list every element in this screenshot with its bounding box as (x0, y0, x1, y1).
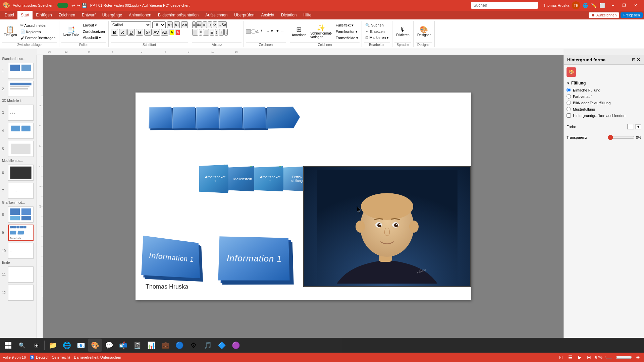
bold-btn[interactable]: B (111, 29, 118, 36)
strikethrough-btn[interactable]: S (136, 29, 143, 36)
shape-heart[interactable]: ♥ (271, 29, 276, 34)
italic-btn[interactable]: K (119, 29, 126, 36)
menu-item-animationen[interactable]: Animationen (125, 11, 155, 19)
designer-btn[interactable]: 🎨 Designer (416, 25, 432, 38)
font-family-select[interactable]: Calibri (111, 21, 151, 28)
process-block-2[interactable]: ✓ Meilenstein (228, 166, 257, 191)
menu-item-einfuegen[interactable]: Einfügen (33, 11, 55, 19)
slide-thumb-2[interactable]: 2 (1, 80, 36, 98)
text-direction-btn[interactable]: ⟳ (213, 21, 217, 28)
info-box-1[interactable]: Information 1 (141, 236, 200, 278)
slack-btn[interactable]: 💼 (159, 339, 172, 352)
underline-btn[interactable]: U (127, 29, 135, 36)
visio-btn[interactable]: 📊 (145, 339, 158, 352)
menu-item-hilfe[interactable]: Hilfe (300, 11, 315, 19)
menu-item-start[interactable]: Start (17, 11, 33, 19)
section-toggle-filling[interactable]: ▼ Füllung (567, 79, 641, 87)
dictate-btn[interactable]: 🎙 Diktieren (394, 25, 411, 38)
align-center-btn[interactable]: ≡ (199, 29, 202, 36)
find-btn[interactable]: 🔍 Suchen (364, 22, 390, 28)
powerpoint-taskbar-btn[interactable]: 🎨 (88, 339, 102, 352)
indent-increase-btn[interactable]: ⇥ (208, 21, 212, 28)
outline-btn[interactable]: Formkontur ▾ (334, 29, 360, 35)
key-3[interactable] (196, 107, 219, 128)
linespacing-btn[interactable]: ↕ (224, 29, 228, 36)
copy-btn[interactable]: 📄 Kopieren (19, 29, 57, 35)
key-2[interactable] (172, 107, 196, 128)
onenote-btn[interactable]: 📓 (130, 339, 144, 352)
transparency-slider[interactable] (608, 135, 635, 140)
bullet-list-btn[interactable]: ≡ (192, 21, 196, 28)
undo-btn[interactable]: ↩ (71, 3, 75, 8)
slide-thumb-4[interactable]: 4 (1, 122, 36, 139)
shape-arrow[interactable]: → (266, 29, 271, 34)
globe-icon[interactable]: 🌐 (583, 3, 588, 8)
task-view-btn[interactable]: ⊞ (30, 339, 43, 352)
edge-btn[interactable]: 🌐 (60, 339, 73, 352)
outline-view-btn[interactable]: ☰ (567, 355, 574, 360)
search-input[interactable] (471, 2, 538, 9)
slide-thumb-12[interactable]: 12 (1, 284, 36, 301)
clear-format-btn[interactable]: ✕A (181, 21, 188, 28)
align-right-btn[interactable]: ⬜ (203, 29, 209, 36)
filling-option-3[interactable]: Bild- oder Texturfüllung (567, 100, 641, 106)
select-btn[interactable]: ⊡ Markieren ▾ (364, 35, 390, 41)
slide-thumb-10[interactable]: 10 ··· (1, 242, 36, 259)
reset-btn[interactable]: Zurücksetzen (82, 29, 106, 34)
font-color-btn[interactable]: A (175, 29, 180, 35)
redo-btn[interactable]: ↪ (76, 3, 80, 8)
slide-thumb-5[interactable]: 5 (1, 140, 36, 158)
app-btn-4[interactable]: 🔷 (215, 339, 228, 352)
color-swatch[interactable] (627, 124, 634, 129)
slide-canvas[interactable]: ✓ Arbeitspaket1 ✓ Meilenstein ✓ Arbeitsp… (136, 93, 471, 300)
shape-more[interactable]: … (281, 29, 286, 34)
hide-bg-graphics-option[interactable]: Hintergrundgrafiken ausblenden (567, 112, 641, 119)
close-btn[interactable]: ✕ (630, 0, 641, 11)
zoom-slider[interactable] (605, 355, 632, 360)
filling-option-2[interactable]: Farbverlauf (567, 93, 641, 100)
expand-icon[interactable]: ⬜ (599, 3, 605, 8)
align-left-btn[interactable]: ⬜ (192, 29, 198, 36)
textalign-btn[interactable]: ⊤ (219, 29, 224, 36)
app-btn-2[interactable]: ⚙ (187, 339, 200, 352)
menu-item-ansicht[interactable]: Ansicht (258, 11, 277, 19)
cut-btn[interactable]: ✂ Ausschneiden (19, 22, 57, 28)
normal-view-btn[interactable]: ⊡ (557, 355, 564, 360)
slide-thumb-6[interactable]: 6 (1, 164, 36, 181)
aufzeichnen-btn[interactable]: ⏺ Aufzeichnen (589, 12, 620, 18)
restore-btn[interactable]: ❐ (618, 0, 630, 11)
app-btn-1[interactable]: 🔵 (173, 339, 186, 352)
quick-style-btn[interactable]: ✨ Schnellformat-vorlagen (309, 23, 333, 40)
font-size-select[interactable]: 18 (152, 21, 166, 28)
presenter-view-btn[interactable]: ⊞ (586, 355, 592, 360)
shape-circle[interactable] (251, 29, 256, 34)
key-4[interactable] (219, 107, 243, 128)
minimize-btn[interactable]: – (608, 0, 618, 11)
paste-btn[interactable]: 📋 Einfügen (2, 25, 18, 38)
key-arrow[interactable] (266, 107, 301, 129)
slide-thumb-7[interactable]: 7 ··· (1, 182, 36, 199)
windows-start-btn[interactable] (1, 339, 15, 352)
slide-thumb-1[interactable]: 1 (1, 62, 36, 79)
fill-btn[interactable]: Fülleffekt ▾ (334, 22, 360, 28)
info-box-2[interactable]: Information 1 (218, 236, 289, 280)
spacing-btn[interactable]: AV (153, 29, 160, 36)
color-preview[interactable]: 🎨 (567, 67, 576, 77)
fit-slide-btn[interactable]: ⊕ (635, 355, 641, 360)
format-transfer-btn[interactable]: 🖌 Format übertragen (19, 35, 57, 41)
key-5[interactable] (243, 107, 266, 128)
shape-rect[interactable] (246, 29, 251, 34)
col-btn[interactable]: ⫿ (215, 29, 218, 36)
color-picker-btn[interactable]: ▼ (635, 124, 641, 129)
shadow-btn[interactable]: S² (144, 29, 152, 36)
menu-item-bildschirmpraesSentation[interactable]: Bildschirmpräsentation (155, 11, 202, 19)
shape-line[interactable]: / (261, 29, 266, 34)
app-btn-3[interactable]: 🎵 (201, 339, 214, 352)
shape-star[interactable]: ★ (276, 29, 281, 34)
menu-item-entwurf[interactable]: Entwurf (78, 11, 99, 19)
justify-btn[interactable]: ☰ (210, 29, 214, 36)
pen-icon[interactable]: ✏️ (591, 3, 597, 8)
font-increase-btn[interactable]: A↑ (167, 21, 173, 28)
shape-triangle[interactable]: △ (256, 29, 261, 34)
key-1[interactable] (149, 107, 172, 128)
